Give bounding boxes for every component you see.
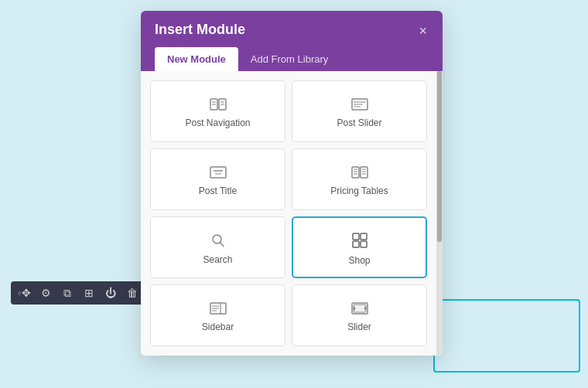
search-label: Search — [203, 254, 232, 265]
svg-rect-26 — [361, 241, 367, 247]
module-post-title[interactable]: Post Title — [150, 148, 285, 210]
svg-rect-33 — [354, 305, 366, 312]
post-navigation-label: Post Navigation — [185, 117, 250, 128]
module-toolbar: ✥ ⚙ ⧉ ⊞ ⏻ 🗑 — [11, 281, 145, 305]
shop-label: Shop — [348, 255, 370, 266]
post-navigation-icon — [210, 97, 227, 113]
svg-rect-10 — [210, 167, 226, 178]
sidebar-icon — [210, 301, 227, 317]
post-slider-icon — [351, 97, 368, 113]
pricing-tables-label: Pricing Tables — [330, 185, 388, 196]
copy-icon[interactable]: ⧉ — [60, 286, 74, 300]
svg-rect-23 — [353, 233, 359, 240]
module-post-navigation[interactable]: Post Navigation — [150, 80, 285, 142]
teal-content-box — [433, 299, 580, 373]
module-grid: Post Navigation Post Slider — [141, 71, 443, 356]
modal-title: Insert Module — [155, 22, 245, 47]
tab-new-module[interactable]: New Module — [155, 47, 238, 71]
svg-rect-14 — [361, 167, 368, 178]
modal-scrollbar[interactable] — [436, 71, 443, 356]
module-pricing-tables[interactable]: Pricing Tables — [292, 148, 427, 210]
move-icon[interactable]: ✥ — [17, 286, 31, 300]
columns-icon[interactable]: ⊞ — [82, 286, 96, 300]
post-title-label: Post Title — [199, 185, 237, 196]
svg-line-22 — [220, 243, 224, 247]
modal-close-button[interactable]: × — [417, 22, 429, 41]
modal-tabs: New Module Add From Library — [141, 47, 443, 71]
svg-rect-13 — [352, 167, 359, 178]
scrollbar-thumb[interactable] — [437, 71, 442, 242]
module-sidebar[interactable]: Sidebar — [150, 284, 285, 346]
modal-header: Insert Module × — [141, 11, 443, 47]
module-search[interactable]: Search — [150, 216, 285, 278]
search-icon — [211, 233, 225, 250]
delete-icon[interactable]: 🗑 — [125, 286, 139, 300]
post-slider-label: Post Slider — [337, 117, 381, 128]
modal-body: Post Navigation Post Slider — [141, 71, 443, 356]
svg-rect-24 — [361, 233, 367, 240]
shop-icon — [352, 233, 368, 250]
module-shop[interactable]: Shop — [292, 216, 427, 278]
slider-icon — [351, 301, 368, 317]
post-title-icon — [210, 165, 227, 181]
settings-icon[interactable]: ⚙ — [39, 286, 53, 300]
slider-label: Slider — [347, 322, 371, 332]
power-icon[interactable]: ⏻ — [104, 286, 118, 300]
module-post-slider[interactable]: Post Slider — [292, 80, 427, 142]
svg-rect-25 — [353, 241, 359, 247]
sidebar-label: Sidebar — [202, 322, 234, 332]
insert-module-modal: Insert Module × New Module Add From Libr… — [141, 11, 443, 356]
pricing-tables-icon — [351, 165, 368, 181]
tab-add-from-library[interactable]: Add From Library — [238, 47, 340, 71]
module-slider[interactable]: Slider — [292, 284, 427, 346]
